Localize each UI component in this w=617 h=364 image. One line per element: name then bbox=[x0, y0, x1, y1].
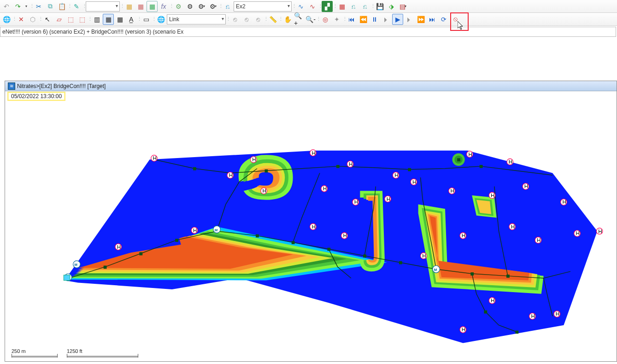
map-titlebar[interactable]: ≋ Nitrates>[Ex2] BridgeCon!!!! [Target] bbox=[5, 81, 617, 91]
combo-link[interactable]: Link bbox=[167, 14, 226, 24]
lasso-a-btn[interactable]: ⬚ bbox=[65, 14, 76, 25]
redo-drop[interactable]: ▾ bbox=[24, 1, 29, 12]
globe-btn[interactable]: 🌐 bbox=[1, 14, 12, 25]
spark-btn[interactable]: ✦ bbox=[331, 14, 342, 25]
svg-text:M: M bbox=[75, 263, 77, 267]
toolbar-main: ↶ ↷ ▾ ⋮ ✂ ⧉ 📋 ⋮ ✎ ⋮ ⋮ ▦ ▦ ▦ fx ⋮ ⚙ ⚙ ⚙▾ … bbox=[0, 0, 617, 13]
gears-c-btn[interactable]: ⚙▾ bbox=[196, 1, 207, 12]
svg-text:H: H bbox=[491, 192, 494, 198]
ruler-btn[interactable]: 📏 bbox=[267, 14, 278, 25]
svg-text:H: H bbox=[387, 196, 390, 202]
hex-btn[interactable]: ⬡ bbox=[27, 14, 38, 25]
svg-text:H: H bbox=[576, 230, 580, 236]
combo-scenario[interactable]: Ex2 bbox=[234, 1, 292, 12]
svg-text:H: H bbox=[451, 188, 454, 194]
separator: ⋮ bbox=[317, 14, 319, 24]
svg-text:H: H bbox=[252, 156, 256, 162]
table-btn[interactable]: ▦ bbox=[336, 1, 347, 12]
cut-btn[interactable]: ✂ bbox=[33, 1, 44, 12]
svg-rect-2 bbox=[104, 266, 107, 269]
gears-b-btn[interactable]: ⚙ bbox=[184, 1, 195, 12]
network-btn[interactable]: ⎌ bbox=[222, 1, 233, 12]
edit-pencil-btn[interactable]: ✎ bbox=[71, 1, 82, 12]
play-disabled-btn[interactable]: ⏵ bbox=[404, 14, 415, 25]
trace-b-btn[interactable]: ⎋ bbox=[241, 14, 252, 25]
svg-rect-16 bbox=[336, 165, 340, 168]
save-btn[interactable]: 💾 bbox=[374, 1, 385, 12]
delete-x-btn[interactable]: ✕ bbox=[16, 14, 27, 25]
formula-btn[interactable]: fx bbox=[158, 1, 169, 12]
grid-a-btn[interactable]: ▦ bbox=[135, 1, 146, 12]
svg-text:H: H bbox=[562, 199, 566, 205]
curve-b-btn[interactable]: ∿ bbox=[307, 1, 318, 12]
pause-btn[interactable]: ⏸ bbox=[369, 14, 380, 25]
datetime-field[interactable]: 05/02/2022 13:30:00 bbox=[8, 92, 65, 100]
pointer-btn[interactable]: ↖ bbox=[42, 14, 53, 25]
svg-rect-10 bbox=[399, 261, 402, 264]
pan-hand-btn[interactable]: ✋ bbox=[282, 14, 293, 25]
gears-a-btn[interactable]: ⚙ bbox=[173, 1, 184, 12]
zoom-out-btn[interactable]: 🔍- bbox=[305, 14, 316, 25]
step-back-btn[interactable]: ⏪ bbox=[358, 14, 369, 25]
svg-text:H: H bbox=[354, 199, 358, 205]
target-btn[interactable]: ◎ bbox=[320, 14, 331, 25]
redo-btn[interactable]: ↷ bbox=[12, 1, 24, 12]
grid-b-btn[interactable]: ▦ bbox=[147, 1, 158, 12]
rewind-btn[interactable]: ⏮ bbox=[346, 14, 357, 25]
separator: ⋮ bbox=[12, 14, 15, 24]
layers-green-btn[interactable]: ⬗ bbox=[386, 1, 397, 12]
datetime-value: 05/02/2022 13:30:00 bbox=[11, 93, 62, 100]
copy-btn[interactable]: ⧉ bbox=[45, 1, 56, 12]
svg-text:H: H bbox=[311, 223, 315, 229]
fast-fwd-btn[interactable]: ⏭ bbox=[427, 14, 438, 25]
layers-stack-btn[interactable]: ▤▾ bbox=[397, 1, 408, 12]
label-btn[interactable]: ▭ bbox=[141, 14, 152, 25]
loop-btn[interactable]: ⟳ bbox=[438, 14, 449, 25]
map-window: ≋ Nitrates>[Ex2] BridgeCon!!!! [Target] … bbox=[5, 81, 617, 362]
trace-a-btn[interactable]: ⎋ bbox=[229, 14, 241, 25]
svg-rect-18 bbox=[480, 165, 483, 168]
combo-blank[interactable] bbox=[86, 1, 120, 12]
separator: ⋮ bbox=[264, 14, 267, 24]
play-btn[interactable]: ▶ bbox=[392, 14, 403, 25]
step-disabled-btn[interactable]: ⏵ bbox=[381, 14, 392, 25]
net-a-btn[interactable]: ⎌ bbox=[348, 1, 359, 12]
breadcrumb[interactable]: eNet!!!! (version 6) (scenario Ex2) + Br… bbox=[0, 27, 616, 37]
trace-c-btn[interactable]: ⎋ bbox=[253, 14, 264, 25]
new-window-btn[interactable]: ▦ bbox=[123, 1, 135, 12]
lasso-b-btn[interactable]: ⬚ bbox=[76, 14, 88, 25]
grid2-btn[interactable]: ▦ bbox=[103, 14, 114, 25]
svg-rect-21 bbox=[515, 330, 518, 334]
gears-d-btn[interactable]: ⚙▾ bbox=[207, 1, 218, 12]
zoom-in-btn[interactable]: 🔍+ bbox=[294, 14, 305, 25]
step-fwd-btn[interactable]: ⏩ bbox=[415, 14, 426, 25]
svg-rect-12 bbox=[470, 272, 474, 276]
map-green-btn[interactable]: ▞ bbox=[322, 1, 333, 12]
svg-text:H: H bbox=[524, 183, 528, 189]
grid1-btn[interactable]: ▥ bbox=[91, 14, 102, 25]
svg-rect-15 bbox=[264, 170, 268, 173]
svg-text:M: M bbox=[434, 268, 437, 272]
separator: ⋮ bbox=[371, 1, 374, 12]
text-a-btn[interactable]: A̲ bbox=[126, 14, 137, 25]
globe2-btn[interactable]: 🌐 bbox=[155, 14, 166, 25]
undo-btn[interactable]: ↶ bbox=[1, 1, 12, 12]
stop-btn[interactable]: ⦸ bbox=[450, 14, 461, 25]
map-canvas[interactable]: H H H H H H H H H H H H H H H H H H H H bbox=[5, 101, 617, 352]
grid3-btn[interactable]: ▦ bbox=[114, 14, 125, 25]
net-b-btn[interactable]: ⎌ bbox=[359, 1, 370, 12]
map-title-text: Nitrates>[Ex2] BridgeCon!!!! [Target] bbox=[17, 83, 106, 89]
svg-text:H: H bbox=[117, 244, 121, 250]
combo-link-value: Link bbox=[169, 16, 179, 23]
svg-rect-7 bbox=[292, 241, 295, 244]
polygon-sel-btn[interactable]: ▱ bbox=[53, 14, 65, 25]
separator: ⋮ bbox=[88, 14, 91, 24]
svg-text:H: H bbox=[229, 172, 233, 178]
combo-scenario-value: Ex2 bbox=[236, 3, 246, 10]
svg-text:H: H bbox=[394, 172, 398, 178]
svg-rect-13 bbox=[506, 275, 510, 278]
curve-a-btn[interactable]: ∿ bbox=[295, 1, 306, 12]
separator: ⋮ bbox=[82, 1, 85, 12]
paste-btn[interactable]: 📋 bbox=[56, 1, 67, 12]
svg-text:H: H bbox=[556, 311, 559, 317]
